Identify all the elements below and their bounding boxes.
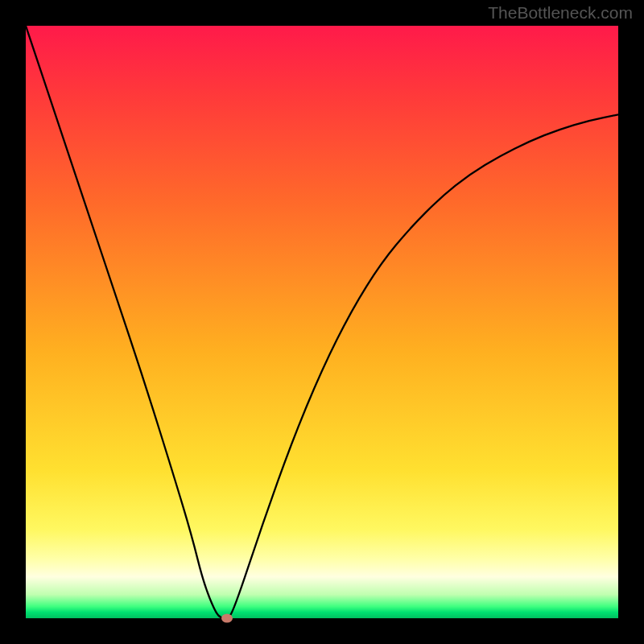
optimal-point-marker [221, 614, 233, 623]
chart-plot-area [26, 26, 618, 618]
bottleneck-curve [26, 26, 618, 618]
watermark-text: TheBottleneck.com [488, 3, 633, 23]
